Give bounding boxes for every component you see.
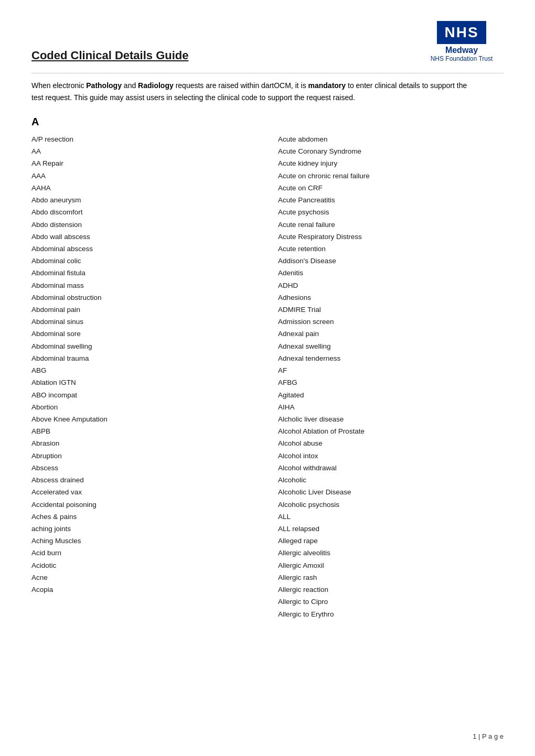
list-item: Acopia: [31, 584, 257, 596]
section-a-columns: A/P resectionAAAA RepairAAAAAHAAbdo aneu…: [31, 133, 504, 620]
radiology-bold: Radiology: [138, 81, 174, 90]
list-item: Agitated: [278, 389, 504, 401]
list-item: Abortion: [31, 401, 257, 413]
list-item: Alcoholic: [278, 474, 504, 486]
list-item: Abdominal sinus: [31, 316, 257, 328]
list-item: Alcohol intox: [278, 450, 504, 462]
list-item: AA: [31, 145, 257, 157]
list-item: Acute abdomen: [278, 133, 504, 145]
list-item: Adhesions: [278, 291, 504, 304]
list-item: Alcohol abuse: [278, 437, 504, 449]
list-item: ALL: [278, 511, 504, 523]
list-item: Accelerated vax: [31, 486, 257, 498]
list-item: Above Knee Amputation: [31, 413, 257, 425]
list-item: Aches & pains: [31, 511, 257, 523]
list-item: AIHA: [278, 401, 504, 413]
pathology-bold: Pathology: [86, 81, 122, 90]
column-right: Acute abdomenAcute Coronary SyndromeAcut…: [268, 133, 504, 620]
list-item: ALL relapsed: [278, 523, 504, 535]
page-number: 1 | P a g e: [473, 732, 504, 740]
list-item: Adnexal tenderness: [278, 352, 504, 364]
list-item: Abdominal swelling: [31, 340, 257, 352]
list-item: Abdo aneurysm: [31, 194, 257, 206]
header-divider: [31, 73, 504, 73]
list-item: Allergic alveolitis: [278, 547, 504, 559]
list-item: Admission screen: [278, 316, 504, 328]
list-item: Allergic to Erythro: [278, 608, 504, 620]
list-item: Adenitis: [278, 267, 504, 279]
list-item: Abdo discomfort: [31, 206, 257, 218]
list-item: Alcohol withdrawal: [278, 462, 504, 474]
list-item: Acute retention: [278, 243, 504, 255]
list-item: Ablation IGTN: [31, 376, 257, 388]
list-item: Addison's Disease: [278, 255, 504, 267]
list-item: Acute psychosis: [278, 206, 504, 218]
list-item: ABPB: [31, 425, 257, 437]
intro-paragraph: When electronic Pathology and Radiology …: [31, 80, 472, 103]
list-item: ADHD: [278, 279, 504, 291]
page-footer: 1 | P a g e: [473, 732, 504, 740]
list-item: Alcoholic Liver Disease: [278, 486, 504, 498]
list-item: ABO incompat: [31, 389, 257, 401]
list-item: Abdominal obstruction: [31, 291, 257, 304]
list-item: AA Repair: [31, 157, 257, 169]
list-item: Alcoholic psychosis: [278, 499, 504, 511]
list-item: Abscess: [31, 462, 257, 474]
header: Coded Clinical Details Guide NHS Medway …: [31, 21, 504, 62]
column-left: A/P resectionAAAA RepairAAAAAHAAbdo aneu…: [31, 133, 268, 620]
list-item: Abdominal trauma: [31, 352, 257, 364]
page-title: Coded Clinical Details Guide: [31, 49, 189, 62]
list-item: Acute on chronic renal failure: [278, 170, 504, 182]
list-item: A/P resection: [31, 133, 257, 145]
list-item: Adnexal pain: [278, 328, 504, 340]
list-item: Abscess drained: [31, 474, 257, 486]
list-item: AAHA: [31, 182, 257, 194]
trust-sub: NHS Foundation Trust: [431, 55, 493, 62]
list-item: Abdominal pain: [31, 304, 257, 316]
list-item: ABG: [31, 364, 257, 376]
mandatory-bold: mandatory: [308, 81, 346, 90]
list-item: ADMIRE Trial: [278, 304, 504, 316]
list-item: Alcohol Ablation of Prostate: [278, 425, 504, 437]
list-item: Abdominal abscess: [31, 243, 257, 255]
list-item: Abdominal sore: [31, 328, 257, 340]
list-item: Alcholic liver disease: [278, 413, 504, 425]
list-item: Allergic Amoxil: [278, 559, 504, 571]
list-item: Accidental poisoning: [31, 499, 257, 511]
nhs-logo: NHS Medway NHS Foundation Trust: [420, 21, 504, 62]
list-item: aching joints: [31, 523, 257, 535]
list-item: Acute renal failure: [278, 219, 504, 231]
list-item: Abdo distension: [31, 219, 257, 231]
list-item: Acid burn: [31, 547, 257, 559]
list-item: AFBG: [278, 376, 504, 388]
list-item: Abruption: [31, 450, 257, 462]
list-item: Abdominal colic: [31, 255, 257, 267]
list-item: Abdo wall abscess: [31, 231, 257, 243]
list-item: AAA: [31, 170, 257, 182]
list-item: Acute Respiratory Distress: [278, 231, 504, 243]
nhs-badge-text: NHS: [437, 21, 486, 44]
list-item: Alleged rape: [278, 535, 504, 547]
list-item: Abrasion: [31, 437, 257, 449]
list-item: Allergic rash: [278, 571, 504, 584]
list-item: Adnexal swelling: [278, 340, 504, 352]
list-item: Abdominal mass: [31, 279, 257, 291]
list-item: Abdominal fistula: [31, 267, 257, 279]
trust-name: Medway: [445, 45, 478, 55]
list-item: AF: [278, 364, 504, 376]
section-letter-a: A: [31, 116, 504, 128]
list-item: Acidotic: [31, 559, 257, 571]
list-item: Aching Muscles: [31, 535, 257, 547]
list-item: Acute on CRF: [278, 182, 504, 194]
list-item: Acute Pancreatitis: [278, 194, 504, 206]
list-item: Allergic to Cipro: [278, 596, 504, 608]
list-item: Allergic reaction: [278, 584, 504, 596]
list-item: Acne: [31, 571, 257, 584]
list-item: Acute kidney injury: [278, 157, 504, 169]
list-item: Acute Coronary Syndrome: [278, 145, 504, 157]
